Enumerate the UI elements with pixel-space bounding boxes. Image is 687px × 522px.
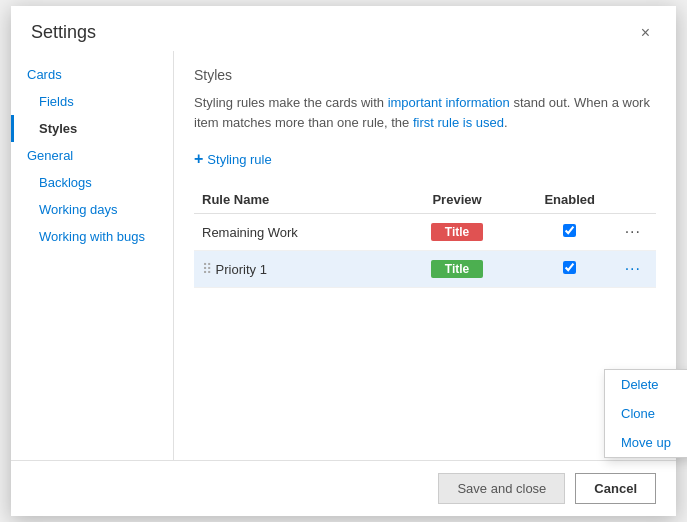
sidebar-item-backlogs[interactable]: Backlogs [11, 169, 173, 196]
context-menu-move-up[interactable]: Move up [605, 428, 687, 457]
sidebar-item-fields[interactable]: Fields [11, 88, 173, 115]
col-header-name: Rule Name [194, 186, 387, 214]
dialog-header: Settings × [11, 6, 676, 51]
sidebar: Cards Fields Styles General Backlogs Wor… [11, 51, 174, 460]
preview-cell-priority-1: Title [387, 251, 527, 288]
close-button[interactable]: × [635, 23, 656, 43]
dialog-body: Cards Fields Styles General Backlogs Wor… [11, 51, 676, 460]
preview-badge-priority-1: Title [431, 260, 483, 278]
enabled-checkbox-priority-1[interactable] [563, 261, 576, 274]
sidebar-item-styles[interactable]: Styles [11, 115, 173, 142]
dialog-footer: Save and close Cancel [11, 460, 676, 516]
rule-name-priority-1: ⠿ Priority 1 [194, 251, 387, 288]
table-header: Rule Name Preview Enabled [194, 186, 656, 214]
dialog-title: Settings [31, 22, 96, 43]
preview-badge-remaining-work: Title [431, 223, 483, 241]
info-text: Styling rules make the cards with import… [194, 93, 656, 132]
actions-cell-priority-1: ··· [613, 251, 656, 288]
table-row: ⠿ Priority 1 Title ··· [194, 251, 656, 288]
cancel-button[interactable]: Cancel [575, 473, 656, 504]
section-title: Styles [194, 67, 656, 83]
table-body: Remaining Work Title ··· ⠿ [194, 214, 656, 288]
plus-icon: + [194, 150, 203, 168]
actions-cell-remaining-work: ··· [613, 214, 656, 251]
add-styling-rule-button[interactable]: + Styling rule [194, 146, 272, 172]
save-and-close-button[interactable]: Save and close [438, 473, 565, 504]
settings-dialog: Settings × Cards Fields Styles General B… [11, 6, 676, 516]
context-menu: Delete Clone Move up [604, 369, 687, 458]
context-menu-clone[interactable]: Clone [605, 399, 687, 428]
col-header-enabled: Enabled [527, 186, 613, 214]
enabled-checkbox-remaining-work[interactable] [563, 224, 576, 237]
sidebar-item-general[interactable]: General [11, 142, 173, 169]
rules-table: Rule Name Preview Enabled Remaining Work… [194, 186, 656, 288]
enabled-cell-remaining-work [527, 214, 613, 251]
drag-handle-priority-1[interactable]: ⠿ [202, 261, 212, 277]
sidebar-item-cards[interactable]: Cards [11, 61, 173, 88]
col-header-actions [613, 186, 656, 214]
add-rule-label: Styling rule [207, 152, 271, 167]
preview-cell-remaining-work: Title [387, 214, 527, 251]
sidebar-item-working-days[interactable]: Working days [11, 196, 173, 223]
context-menu-delete[interactable]: Delete [605, 370, 687, 399]
col-header-preview: Preview [387, 186, 527, 214]
content-area: Styles Styling rules make the cards with… [174, 51, 676, 460]
info-link-1: important information [388, 95, 510, 110]
table-row: Remaining Work Title ··· [194, 214, 656, 251]
more-button-priority-1[interactable]: ··· [621, 258, 645, 280]
sidebar-item-working-with-bugs[interactable]: Working with bugs [11, 223, 173, 250]
rule-name-remaining-work: Remaining Work [194, 214, 387, 251]
more-button-remaining-work[interactable]: ··· [621, 221, 645, 243]
enabled-cell-priority-1 [527, 251, 613, 288]
info-link-2: first rule is used [413, 115, 504, 130]
